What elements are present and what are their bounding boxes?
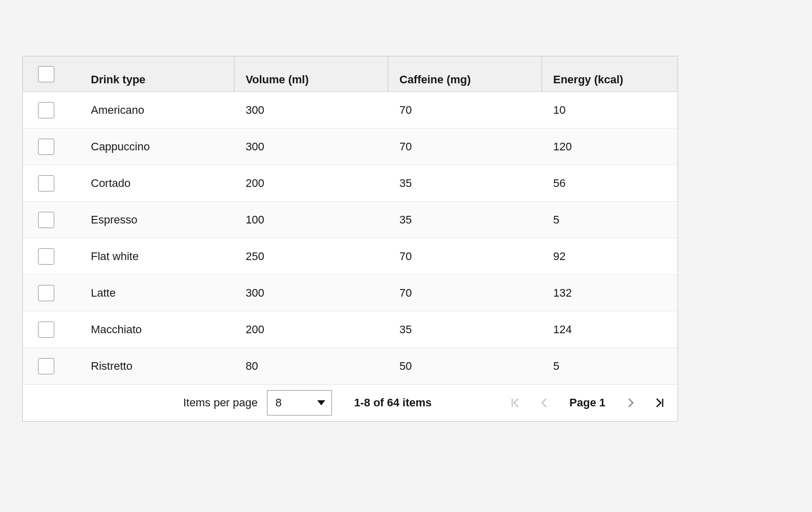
cell-volume: 200: [234, 311, 388, 347]
cell-drink-type: Americano: [70, 92, 234, 128]
table-row: Latte 300 70 132: [23, 275, 678, 311]
cell-drink-type: Flat white: [70, 238, 234, 274]
cell-drink-type: Cappuccino: [70, 129, 234, 165]
cell-caffeine: 35: [388, 202, 542, 238]
row-checkbox[interactable]: [38, 248, 54, 265]
table-header-row: Drink type Volume (ml) Caffeine (mg) Ene…: [23, 56, 678, 92]
row-checkbox[interactable]: [38, 175, 54, 191]
last-page-button[interactable]: [647, 391, 671, 415]
cell-volume: 300: [234, 92, 388, 128]
column-header-caffeine[interactable]: Caffeine (mg): [388, 56, 542, 91]
row-checkbox-cell: [23, 92, 70, 128]
table-row: Macchiato 200 35 124: [23, 311, 678, 348]
row-checkbox-cell: [23, 165, 70, 201]
cell-volume: 300: [234, 275, 388, 311]
table-row: Flat white 250 70 92: [23, 238, 678, 275]
cell-drink-type: Latte: [70, 275, 234, 311]
column-label: Caffeine (mg): [399, 62, 471, 86]
table-row: Cappuccino 300 70 120: [23, 129, 678, 165]
current-page-label: Page 1: [560, 396, 615, 409]
svg-rect-1: [512, 399, 513, 407]
row-checkbox[interactable]: [38, 322, 54, 338]
items-per-page-value: 8: [276, 396, 282, 409]
cell-volume: 300: [234, 129, 388, 165]
cell-volume: 200: [234, 165, 388, 201]
table-body: Americano 300 70 10 Cappuccino 300 70 12…: [23, 92, 678, 385]
row-checkbox[interactable]: [38, 358, 54, 374]
row-checkbox-cell: [23, 202, 70, 238]
items-per-page-label: Items per page: [183, 396, 258, 409]
row-checkbox-cell: [23, 348, 70, 384]
cell-drink-type: Cortado: [70, 165, 234, 201]
cell-energy: 5: [542, 202, 678, 238]
prev-page-button[interactable]: [532, 391, 556, 415]
column-header-volume[interactable]: Volume (ml): [234, 56, 388, 91]
header-checkbox-cell: [23, 56, 70, 91]
first-page-button[interactable]: [503, 391, 528, 415]
cell-energy: 124: [542, 311, 678, 347]
data-table: Drink type Volume (ml) Caffeine (mg) Ene…: [22, 56, 678, 422]
select-all-checkbox[interactable]: [38, 66, 54, 82]
next-page-button[interactable]: [619, 391, 643, 415]
cell-energy: 92: [542, 238, 678, 274]
cell-energy: 120: [542, 129, 678, 165]
cell-drink-type: Espresso: [70, 202, 234, 238]
row-checkbox-cell: [23, 238, 70, 274]
row-checkbox[interactable]: [38, 212, 54, 228]
column-header-drink-type[interactable]: Drink type: [70, 56, 234, 91]
cell-caffeine: 35: [388, 165, 542, 201]
pagination-nav: Page 1: [503, 391, 671, 415]
cell-energy: 132: [542, 275, 678, 311]
cell-energy: 10: [542, 92, 678, 128]
table-row: Cortado 200 35 56: [23, 165, 678, 202]
caret-down-icon: [317, 399, 325, 407]
pagination-range-text: 1-8 of 64 items: [354, 396, 432, 409]
cell-energy: 5: [542, 348, 678, 384]
cell-volume: 100: [234, 202, 388, 238]
column-label: Volume (ml): [246, 62, 309, 86]
chevron-last-icon: [654, 397, 665, 408]
cell-drink-type: Ristretto: [70, 348, 234, 384]
chevron-first-icon: [510, 397, 521, 408]
chevron-left-icon: [538, 397, 550, 408]
page: Drink type Volume (ml) Caffeine (mg) Ene…: [0, 0, 812, 512]
column-label: Energy (kcal): [553, 62, 623, 86]
cell-caffeine: 70: [388, 129, 542, 165]
pagination-bar: Items per page 8 1-8 of 64 items: [23, 385, 678, 421]
cell-caffeine: 70: [388, 92, 542, 128]
chevron-right-icon: [625, 397, 636, 408]
items-per-page-select[interactable]: 8: [267, 390, 332, 415]
row-checkbox-cell: [23, 275, 70, 311]
row-checkbox-cell: [23, 129, 70, 165]
table-row: Ristretto 80 50 5: [23, 348, 678, 385]
cell-caffeine: 70: [388, 275, 542, 311]
cell-caffeine: 70: [388, 238, 542, 274]
row-checkbox-cell: [23, 311, 70, 347]
svg-rect-2: [662, 399, 664, 407]
column-label: Drink type: [91, 62, 146, 86]
row-checkbox[interactable]: [38, 139, 54, 155]
row-checkbox[interactable]: [38, 285, 54, 301]
cell-caffeine: 35: [388, 311, 542, 347]
cell-volume: 80: [234, 348, 388, 384]
items-per-page-group: Items per page 8: [183, 390, 332, 415]
cell-drink-type: Macchiato: [70, 311, 234, 347]
cell-volume: 250: [234, 238, 388, 274]
column-header-energy[interactable]: Energy (kcal): [542, 56, 678, 91]
row-checkbox[interactable]: [38, 102, 54, 118]
table-row: Americano 300 70 10: [23, 92, 678, 129]
table-row: Espresso 100 35 5: [23, 202, 678, 238]
cell-energy: 56: [542, 165, 678, 201]
cell-caffeine: 50: [388, 348, 542, 384]
svg-marker-0: [317, 400, 325, 405]
